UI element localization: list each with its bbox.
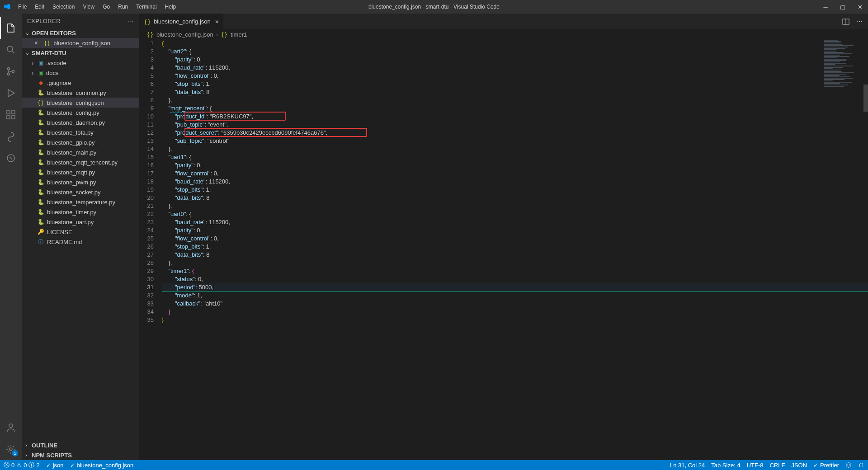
code-line[interactable]: "stop_bits": 1, (162, 186, 868, 194)
minimap[interactable] (821, 39, 862, 184)
explorer-icon[interactable] (0, 17, 22, 39)
problems-status[interactable]: ⓧ0 ⚠0 ⓘ2 (4, 461, 40, 469)
cursor-position[interactable]: Ln 31, Col 24 (670, 462, 705, 469)
file-item[interactable]: 🐍bluestone_config.py (22, 108, 139, 118)
editor[interactable]: 1234567891011121314151617181920212223242… (139, 39, 868, 460)
breadcrumb-file[interactable]: bluestone_config.json (156, 31, 213, 38)
minimize-button[interactable]: ─ (821, 4, 830, 10)
vertical-scrollbar[interactable] (862, 39, 868, 460)
feedback-icon[interactable] (845, 462, 852, 468)
code-line[interactable]: "parity": 0, (162, 161, 868, 169)
tab-bluestone-config[interactable]: { } bluestone_config.json × (139, 14, 224, 29)
code-line[interactable]: "uart1": { (162, 153, 868, 161)
file-item[interactable]: 🐍bluestone_temperature.py (22, 197, 139, 207)
code-line[interactable]: } (162, 316, 868, 324)
menu-selection[interactable]: Selection (49, 2, 78, 12)
file-item[interactable]: 🐍bluestone_fota.py (22, 127, 139, 137)
code-line[interactable]: "flow_control": 0, (162, 72, 868, 80)
code-line[interactable]: "parity": 0, (162, 226, 868, 235)
code-line[interactable]: }, (162, 259, 868, 267)
code-line[interactable]: "flow_control": 0, (162, 169, 868, 178)
npm-scripts-section[interactable]: › NPM SCRIPTS (22, 450, 139, 460)
menu-edit[interactable]: Edit (31, 2, 48, 12)
code-line[interactable]: "product_id": "R6B2SKUC97", (162, 113, 868, 121)
accounts-icon[interactable] (0, 417, 22, 438)
menu-help[interactable]: Help (161, 2, 180, 12)
file-item[interactable]: 🐍bluestone_mqtt.py (22, 167, 139, 177)
quecpython-icon[interactable] (0, 126, 22, 147)
more-actions-icon[interactable]: ⋯ (857, 18, 863, 25)
folder-item[interactable]: ›▣.vscode (22, 58, 139, 68)
code-line[interactable]: }, (162, 145, 868, 153)
file-item[interactable]: { }bluestone_config.json (22, 98, 139, 108)
code-line[interactable]: "parity": 0, (162, 56, 868, 64)
menu-view[interactable]: View (79, 2, 98, 12)
outline-section[interactable]: › OUTLINE (22, 440, 139, 450)
split-editor-icon[interactable] (842, 18, 849, 25)
file-item[interactable]: 🐍bluestone_pwm.py (22, 177, 139, 187)
settings-icon[interactable]: 1 (0, 438, 22, 460)
code-line[interactable]: "stop_bits": 1, (162, 80, 868, 88)
extensions-icon[interactable] (0, 104, 22, 126)
code-line[interactable]: "product_secret": "6359b30c2429eccbd6090… (162, 129, 868, 137)
search-icon[interactable] (0, 39, 22, 61)
file-item[interactable]: 🐍bluestone_mqtt_tencent.py (22, 157, 139, 167)
file-item[interactable]: 🐍bluestone_daemon.py (22, 118, 139, 127)
code-line[interactable]: "period": 5000, (162, 283, 868, 291)
code-line[interactable]: "uart2": { (162, 47, 868, 56)
code-line[interactable]: "baud_rate": 115200, (162, 218, 868, 226)
notifications-icon[interactable] (858, 462, 864, 468)
language-mode[interactable]: JSON (791, 462, 807, 469)
file-item[interactable]: 🐍bluestone_socket.py (22, 187, 139, 197)
file-item[interactable]: 🔑LICENSE (22, 227, 139, 237)
file-item[interactable]: ⓘREADME.md (22, 237, 139, 247)
code-line[interactable]: "stop_bits": 1, (162, 243, 868, 251)
sidebar-more-icon[interactable]: ⋯ (128, 18, 134, 24)
close-icon[interactable]: × (34, 39, 38, 47)
menu-go[interactable]: Go (99, 2, 113, 12)
folder-item[interactable]: ›▣docs (22, 68, 139, 78)
eol[interactable]: CRLF (769, 462, 785, 469)
code-line[interactable]: "baud_rate": 115200, (162, 64, 868, 72)
code-line[interactable]: { (162, 39, 868, 47)
code-line[interactable]: } (162, 308, 868, 316)
close-button[interactable]: ✕ (855, 4, 864, 10)
file-status[interactable]: ✓ bluestone_config.json (70, 462, 134, 469)
workspace-section[interactable]: ⌄ SMART-DTU (22, 48, 139, 58)
code-line[interactable]: "data_bits": 8 (162, 194, 868, 202)
file-item[interactable]: 🐍bluestone_common.py (22, 88, 139, 98)
file-item[interactable]: 🐍bluestone_gpio.py (22, 137, 139, 147)
encoding[interactable]: UTF-8 (747, 462, 764, 469)
code-line[interactable]: "sub_topic": "control" (162, 137, 868, 145)
open-editors-section[interactable]: ⌄ OPEN EDITORS (22, 28, 139, 38)
code-line[interactable]: "pub_topic": "event", (162, 121, 868, 129)
code-line[interactable]: "mode": 1, (162, 291, 868, 300)
menu-run[interactable]: Run (114, 2, 132, 12)
open-editor-item[interactable]: × { } bluestone_config.json (22, 38, 139, 48)
file-item[interactable]: ◆.gitignore (22, 78, 139, 88)
file-item[interactable]: 🐍bluestone_main.py (22, 147, 139, 157)
circle-icon[interactable] (0, 147, 22, 169)
code-line[interactable]: "uart0": { (162, 210, 868, 218)
code-line[interactable]: "mqtt_tencent": { (162, 104, 868, 113)
code-line[interactable]: }, (162, 202, 868, 210)
breadcrumb-symbol[interactable]: timer1 (231, 31, 247, 38)
file-item[interactable]: 🐍bluestone_timer.py (22, 207, 139, 217)
file-item[interactable]: 🐍bluestone_uart.py (22, 217, 139, 227)
breadcrumb[interactable]: { } bluestone_config.json › { } timer1 (139, 29, 868, 39)
json-status[interactable]: ✓ json (46, 462, 64, 469)
code-line[interactable]: "flow_control": 0, (162, 235, 868, 243)
code-line[interactable]: "data_bits": 8 (162, 251, 868, 259)
code-line[interactable]: "data_bits": 8 (162, 88, 868, 96)
code-line[interactable]: "callback": "aht10" (162, 300, 868, 308)
tab-size[interactable]: Tab Size: 4 (711, 462, 740, 469)
source-control-icon[interactable] (0, 61, 22, 82)
code-line[interactable]: }, (162, 96, 868, 104)
code-line[interactable]: "timer1": { (162, 267, 868, 275)
run-debug-icon[interactable] (0, 82, 22, 104)
tab-close-icon[interactable]: × (215, 18, 219, 25)
code-line[interactable]: "baud_rate": 115200, (162, 178, 868, 186)
menu-file[interactable]: File (14, 2, 30, 12)
code-line[interactable]: "status": 0, (162, 275, 868, 283)
maximize-button[interactable]: ▢ (838, 4, 847, 10)
